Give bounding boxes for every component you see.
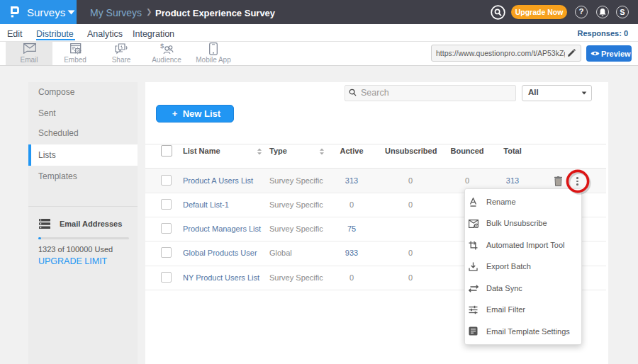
svg-text:$: $ <box>160 42 164 50</box>
